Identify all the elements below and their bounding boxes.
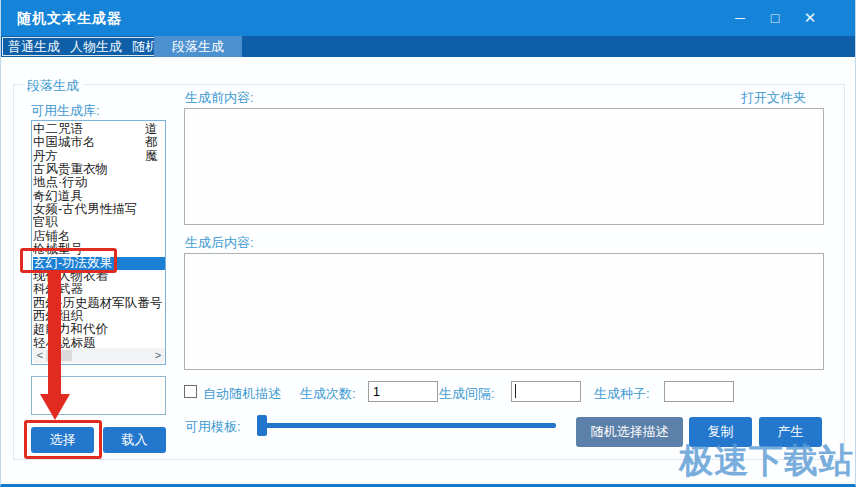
list-item[interactable]: 枪械型号 xyxy=(33,243,165,256)
list-item[interactable]: 西幻组织 xyxy=(33,310,165,323)
list-item[interactable]: 现代人物衣着 xyxy=(33,270,165,283)
horizontal-scrollbar[interactable]: < > xyxy=(33,348,165,363)
random-select-desc-button[interactable]: 随机选择描述 xyxy=(576,417,683,447)
copy-button[interactable]: 复制 xyxy=(689,417,752,447)
close-icon[interactable]: ✕ xyxy=(799,7,821,29)
minimize-icon[interactable]: ─ xyxy=(729,7,751,29)
gen-interval-label: 生成间隔: xyxy=(439,385,495,403)
gen-count-label: 生成次数: xyxy=(300,385,356,403)
list-item-selected[interactable]: 玄幻-功法效果 xyxy=(33,257,165,270)
pre-content-label: 生成前内容: xyxy=(185,89,254,107)
list-item-clipped[interactable]: 魔 xyxy=(145,150,166,163)
gen-interval-input[interactable] xyxy=(511,381,581,402)
list-item[interactable]: 官职 xyxy=(33,216,165,229)
title-bar: 随机文本生成器 ─ □ ✕ xyxy=(1,0,856,36)
gen-count-input[interactable] xyxy=(368,381,438,402)
template-slider-thumb[interactable] xyxy=(257,415,267,436)
library-listbox[interactable]: 中二咒语 中国城市名 丹方 古风贵重衣物 地点·行动 奇幻道具 女频-古代男性描… xyxy=(31,120,166,365)
library-label: 可用生成库: xyxy=(31,102,100,120)
list-item[interactable]: 女频-古代男性描写 xyxy=(33,203,165,216)
list-item[interactable]: 奇幻道具 xyxy=(33,190,165,203)
list-item[interactable]: 店铺名 xyxy=(33,230,165,243)
template-preview-box[interactable] xyxy=(31,376,166,415)
list-item-clipped[interactable]: 道 xyxy=(145,123,166,136)
scroll-right-icon[interactable]: > xyxy=(151,348,165,363)
gen-seed-label: 生成种子: xyxy=(594,385,650,403)
select-button[interactable]: 选择 xyxy=(31,427,94,453)
template-slider-track[interactable] xyxy=(257,423,556,428)
post-content-label: 生成后内容: xyxy=(185,234,254,252)
tab-bar: 普通生成 人物生成 随机工具 段落生成 xyxy=(1,36,856,57)
list-item[interactable]: 地点·行动 xyxy=(33,176,165,189)
list-item[interactable]: 科幻武器 xyxy=(33,283,165,296)
list-item[interactable]: 西幻-历史题材军队番号 xyxy=(33,297,165,310)
pre-content-textarea[interactable] xyxy=(184,108,824,225)
list-item[interactable]: 超能力和代价 xyxy=(33,323,165,336)
tab-normal-generation[interactable]: 普通生成 xyxy=(3,38,65,55)
load-button[interactable]: 载入 xyxy=(103,427,166,453)
scrollbar-thumb[interactable] xyxy=(46,350,72,361)
scroll-left-icon[interactable]: < xyxy=(33,348,47,363)
post-content-textarea[interactable] xyxy=(184,253,824,370)
generate-button[interactable]: 产生 xyxy=(759,417,822,447)
auto-random-desc-checkbox[interactable] xyxy=(184,385,197,398)
open-folder-link[interactable]: 打开文件夹 xyxy=(741,89,806,107)
list-item[interactable]: 古风贵重衣物 xyxy=(33,163,165,176)
tab-paragraph-generation[interactable]: 段落生成 xyxy=(154,36,242,57)
gen-seed-input[interactable] xyxy=(664,381,734,402)
app-window: 随机文本生成器 ─ □ ✕ 普通生成 人物生成 随机工具 段落生成 段落生成 可… xyxy=(0,0,856,487)
tab-character-generation[interactable]: 人物生成 xyxy=(65,38,127,55)
groupbox-title: 段落生成 xyxy=(23,77,83,95)
auto-random-desc-label: 自动随机描述 xyxy=(203,385,281,403)
text-caret xyxy=(515,384,516,398)
maximize-icon[interactable]: □ xyxy=(764,7,786,29)
template-label: 可用模板: xyxy=(185,418,241,436)
window-title: 随机文本生成器 xyxy=(17,10,122,28)
list-item-clipped[interactable]: 都 xyxy=(145,136,166,149)
